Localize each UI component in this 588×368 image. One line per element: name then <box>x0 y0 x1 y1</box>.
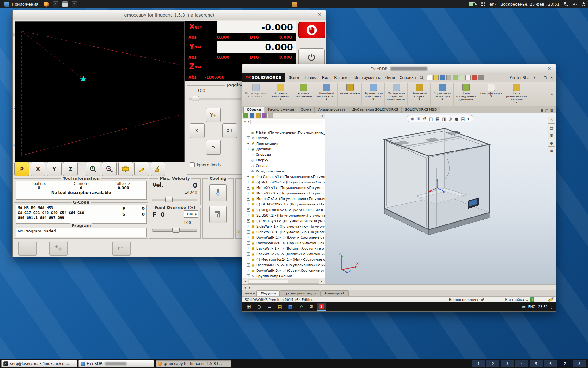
help-icon[interactable]: ? <box>533 75 535 80</box>
workspace-cell[interactable]: -7- <box>558 360 572 367</box>
ribbon-button[interactable]: Новое исследование движения ▼ <box>454 83 478 107</box>
freerdp-titlebar[interactable]: FreeRDP: × <box>242 64 556 74</box>
preview-tab-button[interactable]: P <box>14 162 29 176</box>
language-indicator[interactable]: en▾ <box>489 2 496 6</box>
expander-icon[interactable]: + <box>247 225 250 228</box>
menu-item[interactable]: Вид <box>322 75 330 80</box>
tree-item[interactable]: + (-) Megatronics2<2> (Mnt<Состояние ото <box>242 257 325 262</box>
jog-y-plus-button[interactable]: Y+ <box>206 108 221 122</box>
panel-tab-icon[interactable] <box>268 113 273 118</box>
ribbon-button[interactable]: Спецификация ▼ <box>479 83 504 107</box>
expander-icon[interactable]: + <box>247 186 250 190</box>
toolbar-icon[interactable] <box>466 75 471 80</box>
heads-up-icon[interactable] <box>411 117 414 121</box>
clear-preview-button[interactable] <box>151 162 165 176</box>
menu-item[interactable]: Файл <box>289 75 299 80</box>
tool-change-button[interactable] <box>49 241 68 256</box>
tree-item[interactable]: + Группа сопряжений1 <box>242 273 325 278</box>
menu-item[interactable]: Окно <box>385 75 395 80</box>
tree-item[interactable]: + DownWall<3> -> (Cover<Состояние отоб <box>242 268 325 273</box>
z-view-button[interactable]: Z <box>63 162 78 176</box>
firefox-icon[interactable] <box>44 2 49 7</box>
menu-item[interactable]: Правка <box>303 75 318 80</box>
task-pane-icon[interactable]: ▣ <box>548 132 555 139</box>
close-icon[interactable]: × <box>546 65 552 72</box>
jog-x-plus-button[interactable]: X+ <box>222 123 237 138</box>
command-tab[interactable]: Анализировать <box>315 107 349 113</box>
expander-icon[interactable] <box>247 153 249 156</box>
ribbon-button[interactable]: Автокрепежи ▼ <box>338 83 361 107</box>
expander-icon[interactable] <box>247 159 249 162</box>
expander-icon[interactable]: + <box>247 236 250 239</box>
taskbar-app-icon[interactable] <box>296 303 305 310</box>
clock[interactable]: Воскресенье, 25 фев., 23:51 <box>500 2 560 6</box>
expander-icon[interactable]: + <box>247 252 250 256</box>
toolbar-icon[interactable] <box>472 75 477 80</box>
gmoccapy-titlebar[interactable]: gmoccapy for linuxcnc 1.5.8 (на lasercnc… <box>13 10 326 20</box>
taskbar-window-button[interactable]: serg@lasercnc: ~/linuxcnc/con... <box>1 360 77 367</box>
taskbar-app-icon[interactable] <box>244 303 253 310</box>
printer-model[interactable] <box>355 122 502 254</box>
tree-item[interactable]: + BackWall<1> -> (Bottom<Состояние отоб <box>242 246 325 251</box>
command-tab[interactable]: Сборка <box>243 107 264 113</box>
expander-icon[interactable]: + <box>247 241 250 245</box>
power-icon[interactable] <box>581 2 586 6</box>
tree-filter[interactable]: ▾ <box>242 119 325 125</box>
ignore-limits-checkbox[interactable]: Ignore limits <box>190 162 221 167</box>
expander-icon[interactable]: + <box>247 230 250 234</box>
expander-icon[interactable]: + <box>247 142 250 145</box>
menu-item[interactable]: Справка <box>400 75 416 80</box>
search-icon[interactable] <box>420 75 424 80</box>
gcode-preview[interactable] <box>15 21 185 162</box>
workspace-cell[interactable]: 8 <box>572 360 586 367</box>
tree-item[interactable]: Спереди <box>242 152 325 157</box>
applications-menu[interactable]: Приложения <box>2 1 40 7</box>
workspace-cell[interactable]: 3 <box>500 360 514 367</box>
toolbar-icon[interactable] <box>433 75 439 80</box>
toolbar-icon[interactable] <box>459 75 464 80</box>
heads-up-icon[interactable] <box>435 117 439 121</box>
terminal-icon[interactable] <box>72 1 77 7</box>
expander-icon[interactable]: + <box>247 214 250 217</box>
taskbar-window-button[interactable]: gmoccapy for linuxcnc 1.5.8 (... <box>156 360 231 367</box>
taskbar-app-icon[interactable] <box>307 303 316 310</box>
model-tab[interactable]: Анимация1 <box>320 290 348 296</box>
command-tab[interactable]: Расположение <box>265 107 297 113</box>
taskbar-app-icon[interactable] <box>265 303 274 310</box>
command-tab[interactable]: Добавления SOLIDWORKS <box>349 107 401 113</box>
tree-item[interactable]: + MotionZ<1> (По умолчанию<По умолча <box>242 196 325 201</box>
expander-icon[interactable]: + <box>247 203 250 206</box>
task-pane-icon[interactable]: ▤ <box>548 125 555 131</box>
y-view-button[interactable]: Y <box>47 162 62 176</box>
minimize-icon[interactable]: – <box>539 75 541 80</box>
scroll-left-icon[interactable]: ◄ <box>242 286 247 289</box>
notifications-icon[interactable]: ▯ <box>551 305 552 309</box>
expander-icon[interactable]: + <box>247 274 250 278</box>
touch-off-button[interactable] <box>18 241 37 256</box>
ribbon-button[interactable]: Отобразить скрытые компоненты ▼ <box>385 83 408 107</box>
flood-button[interactable] <box>209 206 227 223</box>
close-icon[interactable]: × <box>316 12 323 18</box>
tree-item[interactable]: + SideWall<1> (По умолчанию<По умолч <box>242 224 325 229</box>
calculator-icon[interactable] <box>62 1 68 7</box>
tree-item[interactable]: + Датчики <box>242 146 325 152</box>
ribbon-button[interactable]: Вид с разнесенными частями ▼ <box>505 83 529 107</box>
task-pane-icon[interactable]: ⌂ <box>548 117 555 124</box>
zoom-out-button[interactable] <box>102 162 117 176</box>
max-velocity-slider[interactable] <box>152 197 197 202</box>
tool-measure-button[interactable] <box>112 241 131 256</box>
action-center-icon[interactable]: ▭ <box>522 305 525 309</box>
ribbon-button[interactable]: Элементы сборки ▼ <box>408 83 431 107</box>
heads-up-icon[interactable] <box>455 117 458 121</box>
expander-icon[interactable] <box>247 131 249 134</box>
heads-up-icon[interactable] <box>449 117 452 121</box>
doc-minimize-icon[interactable]: ⊟ <box>541 109 543 113</box>
network-icon[interactable] <box>564 2 569 6</box>
ribbon-button[interactable]: Справочная геометрия ▼ <box>431 83 454 107</box>
tree-item[interactable]: + MotorXY<1> (По умолчанию<По умолча <box>242 185 325 190</box>
volume-icon[interactable] <box>573 2 577 6</box>
tree-item[interactable]: + DownWall<1> -> (Down<Состояние ото <box>242 235 325 240</box>
tree-item[interactable]: Справа <box>242 163 325 168</box>
tree-item[interactable]: + (-) Megatronics2<1> (v2<Состояние отоб <box>242 207 325 213</box>
tree-item[interactable]: + (-) Display<1> (По умолчанию<По умол <box>242 218 325 224</box>
